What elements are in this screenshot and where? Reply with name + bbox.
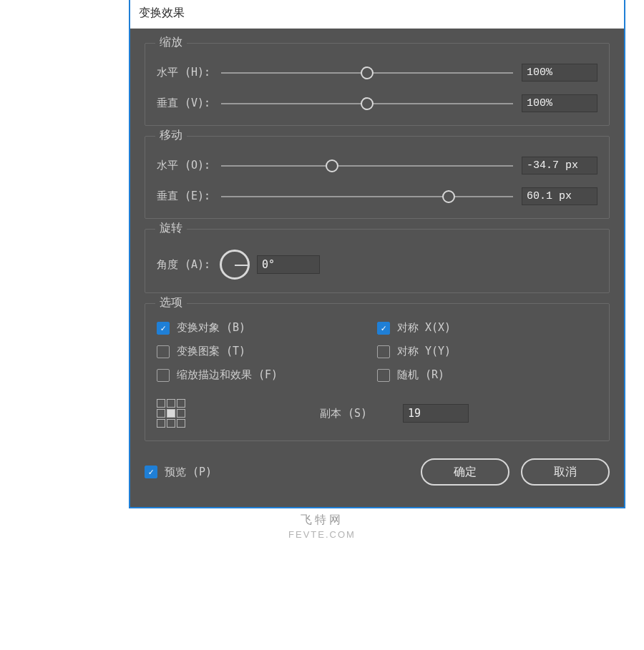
move-h-label: 水平 (O): (157, 159, 213, 172)
watermark-url: FEVTE.COM (0, 529, 644, 540)
anchor-point-selector[interactable] (157, 399, 185, 428)
section-title: 缩放 (155, 35, 187, 50)
rotate-section: 旋转 角度 (A): 0° (145, 229, 610, 293)
move-h-input[interactable]: -34.7 px (522, 157, 597, 174)
watermark-text: 飞特网 (0, 513, 644, 528)
checkbox-label: 变换图案 (T) (177, 345, 245, 358)
scale-v-input[interactable]: 100% (522, 94, 597, 112)
reflect-y-checkbox[interactable]: 对称 Y(Y) (377, 345, 597, 358)
scale-v-row: 垂直 (V): 100% (157, 94, 597, 112)
move-v-input[interactable]: 60.1 px (522, 187, 597, 205)
copies-label: 副本 (S) (320, 407, 367, 420)
ok-button[interactable]: 确定 (421, 458, 509, 486)
move-v-row: 垂直 (E): 60.1 px (157, 187, 597, 205)
checkbox-icon (157, 345, 170, 358)
transform-pattern-checkbox[interactable]: 变换图案 (T) (157, 345, 377, 358)
section-title: 旋转 (155, 221, 187, 236)
move-v-slider[interactable] (221, 189, 513, 204)
move-h-slider[interactable] (221, 159, 513, 173)
checkbox-label: 缩放描边和效果 (F) (177, 368, 278, 382)
checkbox-label: 对称 Y(Y) (397, 345, 451, 358)
checkbox-icon (157, 369, 170, 382)
transform-effect-dialog: 变换效果 缩放 水平 (H): 100% 垂直 (V): 100% (129, 0, 625, 508)
scale-h-slider[interactable] (221, 66, 513, 80)
checkbox-icon: ✓ (157, 322, 170, 335)
angle-input[interactable]: 0° (257, 255, 320, 274)
checkbox-icon: ✓ (145, 466, 157, 478)
scale-stroke-checkbox[interactable]: 缩放描边和效果 (F) (157, 368, 377, 382)
section-title: 移动 (155, 128, 187, 143)
transform-object-checkbox[interactable]: ✓ 变换对象 (B) (157, 321, 377, 335)
angle-label: 角度 (A): (157, 258, 213, 272)
scale-v-slider[interactable] (221, 97, 513, 111)
preview-checkbox[interactable]: ✓ 预览 (P) (145, 466, 212, 479)
checkbox-icon (377, 345, 390, 358)
scale-h-label: 水平 (H): (157, 66, 213, 79)
angle-dial[interactable] (220, 250, 250, 280)
move-section: 移动 水平 (O): -34.7 px 垂直 (E): 60.1 px (145, 136, 610, 219)
checkbox-label: 变换对象 (B) (177, 321, 245, 335)
dialog-footer: ✓ 预览 (P) 确定 取消 (145, 458, 610, 486)
checkbox-icon (377, 369, 390, 382)
dialog-title: 变换效果 (130, 0, 624, 29)
reflect-x-checkbox[interactable]: ✓ 对称 X(X) (377, 321, 597, 335)
copies-input[interactable]: 19 (403, 404, 469, 423)
move-v-label: 垂直 (E): (157, 189, 213, 203)
scale-section: 缩放 水平 (H): 100% 垂直 (V): 100% (145, 43, 610, 126)
scale-v-label: 垂直 (V): (157, 97, 213, 110)
section-title: 选项 (155, 295, 187, 310)
options-section: 选项 ✓ 变换对象 (B) ✓ 对称 X(X) 变换图案 (T) 对称 Y(Y) (145, 303, 610, 441)
cancel-button[interactable]: 取消 (521, 458, 610, 486)
checkbox-label: 随机 (R) (397, 368, 444, 382)
scale-h-row: 水平 (H): 100% (157, 64, 597, 82)
random-checkbox[interactable]: 随机 (R) (377, 368, 597, 382)
dialog-body: 缩放 水平 (H): 100% 垂直 (V): 100% 移动 (130, 29, 624, 507)
scale-h-input[interactable]: 100% (522, 64, 597, 82)
checkbox-label: 预览 (P) (165, 466, 212, 479)
checkbox-label: 对称 X(X) (397, 321, 451, 335)
move-h-row: 水平 (O): -34.7 px (157, 157, 597, 174)
checkbox-icon: ✓ (377, 322, 390, 335)
